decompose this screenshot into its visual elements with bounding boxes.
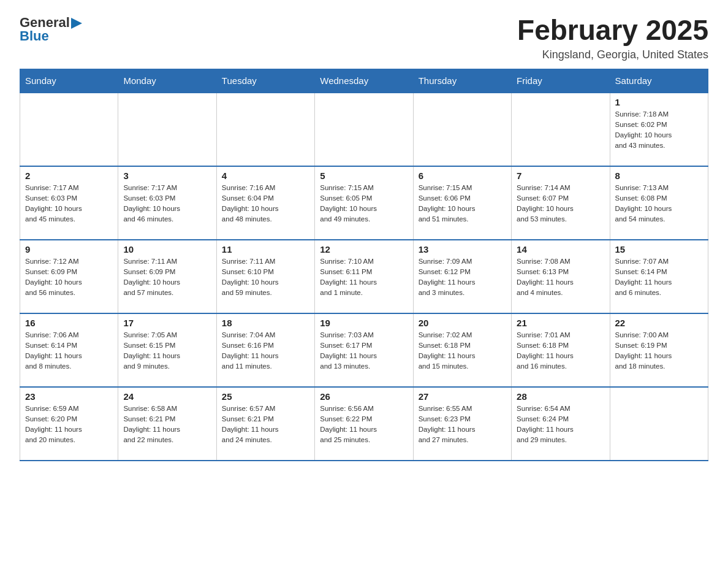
day-number: 19 (320, 318, 408, 328)
day-info: Sunrise: 6:59 AM Sunset: 6:20 PM Dayligh… (25, 404, 113, 446)
day-number: 3 (123, 170, 211, 181)
day-number: 15 (615, 244, 703, 255)
day-number: 21 (517, 318, 604, 328)
calendar-day-cell: 12Sunrise: 7:10 AM Sunset: 6:11 PM Dayli… (315, 240, 413, 313)
day-info: Sunrise: 7:08 AM Sunset: 6:13 PM Dayligh… (517, 256, 604, 299)
day-info: Sunrise: 7:02 AM Sunset: 6:18 PM Dayligh… (419, 330, 506, 372)
calendar-day-cell: 27Sunrise: 6:55 AM Sunset: 6:23 PM Dayli… (413, 387, 511, 461)
day-info: Sunrise: 7:13 AM Sunset: 6:08 PM Dayligh… (615, 183, 703, 225)
day-info: Sunrise: 7:00 AM Sunset: 6:19 PM Dayligh… (615, 330, 703, 372)
calendar-day-cell: 22Sunrise: 7:00 AM Sunset: 6:19 PM Dayli… (610, 313, 708, 387)
calendar-day-cell: 28Sunrise: 6:54 AM Sunset: 6:24 PM Dayli… (512, 387, 610, 461)
day-info: Sunrise: 7:15 AM Sunset: 6:05 PM Dayligh… (320, 183, 408, 225)
logo-arrow-icon (71, 18, 82, 29)
day-info: Sunrise: 7:12 AM Sunset: 6:09 PM Dayligh… (25, 256, 113, 299)
calendar-day-cell (512, 93, 610, 166)
day-number: 26 (320, 391, 408, 402)
day-number: 2 (25, 170, 113, 181)
calendar-day-cell: 26Sunrise: 6:56 AM Sunset: 6:22 PM Dayli… (315, 387, 413, 461)
day-number: 28 (517, 391, 604, 402)
day-of-week-header: Thursday (413, 69, 511, 93)
day-number: 14 (517, 244, 604, 255)
day-number: 4 (222, 170, 309, 181)
calendar-day-cell: 8Sunrise: 7:13 AM Sunset: 6:08 PM Daylig… (610, 166, 708, 240)
calendar-week-row: 1Sunrise: 7:18 AM Sunset: 6:02 PM Daylig… (20, 93, 708, 166)
day-number: 8 (615, 170, 703, 181)
calendar-day-cell: 9Sunrise: 7:12 AM Sunset: 6:09 PM Daylig… (20, 240, 118, 313)
calendar-day-cell: 21Sunrise: 7:01 AM Sunset: 6:18 PM Dayli… (512, 313, 610, 387)
day-of-week-header: Wednesday (315, 69, 413, 93)
day-number: 18 (222, 318, 309, 328)
day-number: 20 (419, 318, 506, 328)
day-number: 10 (123, 244, 211, 255)
day-info: Sunrise: 7:10 AM Sunset: 6:11 PM Dayligh… (320, 256, 408, 299)
calendar-day-cell: 4Sunrise: 7:16 AM Sunset: 6:04 PM Daylig… (216, 166, 314, 240)
day-info: Sunrise: 7:11 AM Sunset: 6:10 PM Dayligh… (222, 256, 309, 299)
day-info: Sunrise: 7:03 AM Sunset: 6:17 PM Dayligh… (320, 330, 408, 372)
day-number: 24 (123, 391, 211, 402)
day-info: Sunrise: 7:17 AM Sunset: 6:03 PM Dayligh… (25, 183, 113, 225)
calendar-day-cell (315, 93, 413, 166)
month-title: February 2025 (517, 15, 708, 46)
logo-blue-text: Blue (20, 28, 49, 44)
calendar-week-row: 23Sunrise: 6:59 AM Sunset: 6:20 PM Dayli… (20, 387, 708, 461)
calendar-day-cell: 25Sunrise: 6:57 AM Sunset: 6:21 PM Dayli… (216, 387, 314, 461)
logo: General Blue (20, 15, 82, 44)
calendar-week-row: 9Sunrise: 7:12 AM Sunset: 6:09 PM Daylig… (20, 240, 708, 313)
page-header: General Blue February 2025 Kingsland, Ge… (20, 15, 708, 61)
day-number: 22 (615, 318, 703, 328)
calendar-day-cell (610, 387, 708, 461)
day-of-week-header: Sunday (20, 69, 118, 93)
calendar-week-row: 16Sunrise: 7:06 AM Sunset: 6:14 PM Dayli… (20, 313, 708, 387)
day-number: 13 (419, 244, 506, 255)
day-number: 25 (222, 391, 309, 402)
day-info: Sunrise: 7:14 AM Sunset: 6:07 PM Dayligh… (517, 183, 604, 225)
day-info: Sunrise: 6:55 AM Sunset: 6:23 PM Dayligh… (419, 404, 506, 446)
calendar-table: SundayMondayTuesdayWednesdayThursdayFrid… (20, 69, 708, 461)
location-subtitle: Kingsland, Georgia, United States (517, 48, 708, 61)
svg-marker-0 (71, 18, 82, 29)
day-info: Sunrise: 7:06 AM Sunset: 6:14 PM Dayligh… (25, 330, 113, 372)
calendar-day-cell: 5Sunrise: 7:15 AM Sunset: 6:05 PM Daylig… (315, 166, 413, 240)
calendar-header-row: SundayMondayTuesdayWednesdayThursdayFrid… (20, 69, 708, 93)
day-info: Sunrise: 7:07 AM Sunset: 6:14 PM Dayligh… (615, 256, 703, 299)
calendar-day-cell: 16Sunrise: 7:06 AM Sunset: 6:14 PM Dayli… (20, 313, 118, 387)
calendar-day-cell: 23Sunrise: 6:59 AM Sunset: 6:20 PM Dayli… (20, 387, 118, 461)
day-info: Sunrise: 7:05 AM Sunset: 6:15 PM Dayligh… (123, 330, 211, 372)
day-info: Sunrise: 7:17 AM Sunset: 6:03 PM Dayligh… (123, 183, 211, 225)
day-number: 27 (419, 391, 506, 402)
day-of-week-header: Tuesday (216, 69, 314, 93)
day-info: Sunrise: 7:01 AM Sunset: 6:18 PM Dayligh… (517, 330, 604, 372)
calendar-day-cell: 13Sunrise: 7:09 AM Sunset: 6:12 PM Dayli… (413, 240, 511, 313)
calendar-day-cell: 19Sunrise: 7:03 AM Sunset: 6:17 PM Dayli… (315, 313, 413, 387)
day-info: Sunrise: 6:54 AM Sunset: 6:24 PM Dayligh… (517, 404, 604, 446)
day-of-week-header: Saturday (610, 69, 708, 93)
calendar-week-row: 2Sunrise: 7:17 AM Sunset: 6:03 PM Daylig… (20, 166, 708, 240)
day-info: Sunrise: 6:56 AM Sunset: 6:22 PM Dayligh… (320, 404, 408, 446)
day-info: Sunrise: 7:15 AM Sunset: 6:06 PM Dayligh… (419, 183, 506, 225)
calendar-day-cell: 7Sunrise: 7:14 AM Sunset: 6:07 PM Daylig… (512, 166, 610, 240)
calendar-day-cell: 18Sunrise: 7:04 AM Sunset: 6:16 PM Dayli… (216, 313, 314, 387)
calendar-day-cell: 1Sunrise: 7:18 AM Sunset: 6:02 PM Daylig… (610, 93, 708, 166)
day-number: 17 (123, 318, 211, 328)
title-section: February 2025 Kingsland, Georgia, United… (517, 15, 708, 61)
day-number: 1 (615, 97, 703, 107)
day-of-week-header: Friday (512, 69, 610, 93)
day-info: Sunrise: 6:58 AM Sunset: 6:21 PM Dayligh… (123, 404, 211, 446)
calendar-day-cell: 10Sunrise: 7:11 AM Sunset: 6:09 PM Dayli… (118, 240, 216, 313)
day-info: Sunrise: 7:18 AM Sunset: 6:02 PM Dayligh… (615, 109, 703, 151)
day-number: 5 (320, 170, 408, 181)
calendar-day-cell: 17Sunrise: 7:05 AM Sunset: 6:15 PM Dayli… (118, 313, 216, 387)
calendar-day-cell (216, 93, 314, 166)
calendar-day-cell: 14Sunrise: 7:08 AM Sunset: 6:13 PM Dayli… (512, 240, 610, 313)
day-number: 7 (517, 170, 604, 181)
calendar-day-cell: 15Sunrise: 7:07 AM Sunset: 6:14 PM Dayli… (610, 240, 708, 313)
calendar-day-cell: 3Sunrise: 7:17 AM Sunset: 6:03 PM Daylig… (118, 166, 216, 240)
calendar-day-cell: 20Sunrise: 7:02 AM Sunset: 6:18 PM Dayli… (413, 313, 511, 387)
day-info: Sunrise: 7:04 AM Sunset: 6:16 PM Dayligh… (222, 330, 309, 372)
day-info: Sunrise: 7:11 AM Sunset: 6:09 PM Dayligh… (123, 256, 211, 299)
day-info: Sunrise: 7:16 AM Sunset: 6:04 PM Dayligh… (222, 183, 309, 225)
day-info: Sunrise: 7:09 AM Sunset: 6:12 PM Dayligh… (419, 256, 506, 299)
calendar-day-cell (118, 93, 216, 166)
calendar-day-cell: 2Sunrise: 7:17 AM Sunset: 6:03 PM Daylig… (20, 166, 118, 240)
